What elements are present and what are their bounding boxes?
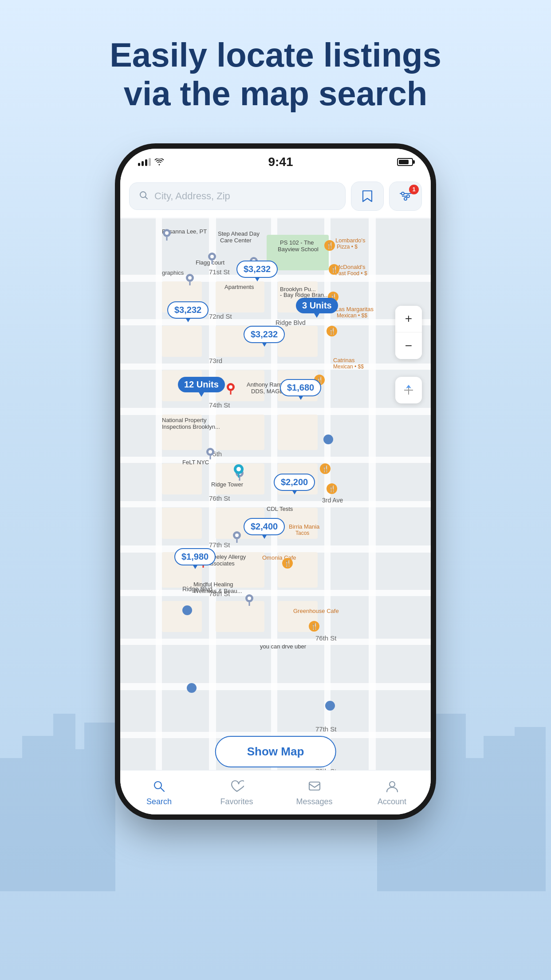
status-bar: 9:41 — [120, 149, 431, 175]
svg-point-32 — [236, 467, 241, 471]
search-nav-icon — [151, 778, 167, 794]
heart-nav-icon — [229, 778, 245, 794]
svg-point-18 — [210, 255, 214, 258]
svg-rect-7 — [426, 714, 466, 891]
bottom-nav: Search Favorites Messages — [120, 770, 431, 814]
svg-rect-4 — [84, 723, 115, 891]
zoom-out-button[interactable]: − — [395, 332, 422, 359]
nav-label-account: Account — [378, 797, 406, 806]
map-area[interactable]: 71st St 72nd St 73rd 74th St 75th 76th S… — [120, 217, 431, 781]
signal-bars-icon — [138, 158, 151, 166]
filter-badge: 1 — [409, 185, 419, 194]
svg-point-13 — [407, 195, 409, 198]
svg-point-24 — [209, 450, 212, 454]
nav-label-favorites: Favorites — [220, 797, 253, 806]
battery-icon — [397, 158, 413, 166]
phone-shell: 9:41 City, Address, Zip — [120, 149, 431, 814]
wifi-icon — [154, 158, 164, 166]
nav-label-messages: Messages — [296, 797, 332, 806]
price-pin-3232-1[interactable]: $3,232 — [236, 261, 278, 278]
svg-rect-9 — [484, 736, 519, 891]
price-pin-1680[interactable]: $1,680 — [280, 379, 321, 396]
price-pin-3232-3[interactable]: $3,232 — [244, 326, 285, 343]
price-pin-1980[interactable]: $1,980 — [174, 548, 216, 565]
filter-button[interactable]: 1 — [389, 182, 422, 211]
page-headline: Easily locate listings via the map searc… — [54, 36, 497, 113]
bookmark-button[interactable] — [351, 182, 384, 211]
search-icon — [138, 190, 149, 202]
svg-rect-10 — [515, 727, 546, 891]
svg-point-14 — [404, 198, 407, 200]
price-pin-2400[interactable]: $2,400 — [244, 518, 285, 535]
svg-point-37 — [154, 782, 161, 789]
svg-point-30 — [248, 597, 251, 600]
account-nav-icon — [384, 778, 400, 794]
svg-point-28 — [235, 533, 239, 537]
search-header: City, Address, Zip 1 — [120, 175, 431, 217]
signal-icons — [138, 158, 164, 166]
show-map-button[interactable]: Show Map — [215, 736, 336, 767]
nav-item-account[interactable]: Account — [353, 778, 431, 806]
svg-point-16 — [165, 231, 169, 235]
svg-rect-1 — [22, 736, 58, 891]
search-placeholder: City, Address, Zip — [154, 190, 230, 202]
svg-point-12 — [401, 192, 404, 195]
svg-point-34 — [229, 385, 232, 389]
nav-item-messages[interactable]: Messages — [276, 778, 353, 806]
nav-label-search: Search — [146, 797, 172, 806]
messages-nav-icon — [307, 778, 323, 794]
price-pin-2200[interactable]: $2,200 — [274, 474, 315, 491]
svg-rect-38 — [309, 782, 320, 790]
status-time: 9:41 — [268, 155, 293, 169]
unit-pin-3[interactable]: 3 Units — [296, 298, 338, 313]
svg-point-22 — [188, 276, 192, 280]
price-pin-3232-2[interactable]: $3,232 — [167, 301, 209, 319]
map-zoom-controls: + − — [395, 306, 422, 359]
unit-pin-12[interactable]: 12 Units — [178, 377, 225, 392]
my-location-button[interactable] — [395, 377, 422, 403]
nav-item-search[interactable]: Search — [120, 778, 198, 806]
search-input[interactable]: City, Address, Zip — [129, 182, 346, 210]
nav-item-favorites[interactable]: Favorites — [198, 778, 276, 806]
map-background: 71st St 72nd St 73rd 74th St 75th 76th S… — [120, 217, 431, 781]
zoom-in-button[interactable]: + — [395, 306, 422, 332]
svg-point-39 — [390, 782, 395, 787]
